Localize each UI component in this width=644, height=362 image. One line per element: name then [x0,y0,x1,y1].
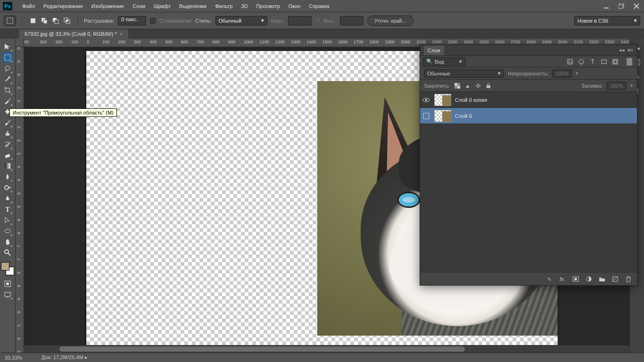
menu-filter[interactable]: Фильтр [211,3,237,9]
menu-image[interactable]: Изображение [87,3,128,9]
menu-help[interactable]: Справка [305,3,333,9]
chevron-right-icon: ▸ [85,354,88,360]
selection-add-button[interactable] [39,16,50,26]
layers-panel-header[interactable]: Слои ◂◂ ▾≡ [420,45,637,56]
quick-mask-toggle[interactable] [2,279,13,289]
filter-type-icon[interactable]: T [589,58,596,66]
zoom-tool[interactable] [2,247,13,258]
delete-layer-icon[interactable] [625,275,632,283]
foreground-color-swatch[interactable] [1,262,9,271]
current-tool-preset[interactable] [4,16,16,26]
type-tool[interactable]: T [2,204,13,214]
window-close-button[interactable] [629,0,644,12]
chevron-down-icon[interactable]: ▾ [576,70,578,76]
menu-layers[interactable]: Слои [128,3,149,9]
blend-mode-select[interactable]: Обычные ▾ [424,69,504,78]
menu-3d[interactable]: 3D [237,3,252,9]
selection-intersect-button[interactable] [62,16,72,26]
clone-stamp-tool[interactable] [2,128,13,139]
scrollbar-thumb[interactable] [59,346,465,352]
path-selection-tool[interactable] [2,215,13,225]
layer-mask-icon[interactable] [572,275,579,283]
history-brush-tool[interactable] [2,139,13,149]
layer-name[interactable]: Слой 0 [455,113,472,119]
ellipse-tool[interactable] [2,226,13,236]
layer-name[interactable]: Слой 0 копия [455,97,487,103]
lock-image-icon[interactable] [464,82,471,89]
layer-fx-icon[interactable]: fx. [559,275,566,283]
svg-rect-43 [613,277,618,281]
hand-tool[interactable] [2,237,13,247]
layers-panel-footer: fx. [420,272,637,285]
zoom-field[interactable]: 33,33% [5,355,33,361]
feather-input[interactable]: 0 пикс. [118,16,146,25]
whats-new-select[interactable]: Новое в CS6 ▾ [574,16,640,25]
layers-list[interactable]: Слой 0 копия Слой 0 [420,92,637,272]
lasso-tool[interactable] [2,63,13,74]
pen-tool[interactable] [2,193,13,204]
filter-adjust-icon[interactable] [578,58,585,66]
gradient-tool[interactable] [2,161,13,171]
layer-filter-kind[interactable]: 🔍 Вид ▾ [423,58,465,66]
ruler-vertical[interactable]: 000222333445566778899100 [16,47,24,353]
eyedropper-tool[interactable] [2,96,13,106]
lock-all-icon[interactable] [485,82,492,89]
layers-panel[interactable]: Слои ◂◂ ▾≡ 🔍 Вид ▾ T Обычные [420,44,637,286]
window-restore-button[interactable] [614,0,629,12]
screen-mode-button[interactable] [2,289,13,300]
horizontal-scrollbar[interactable] [24,345,644,353]
layer-visibility-toggle[interactable] [422,112,430,120]
fill-field[interactable]: 100% [607,82,627,90]
menu-select[interactable]: Выделение [175,3,211,9]
panel-menu[interactable]: ◂◂ ▾≡ [619,47,633,53]
new-adjustment-icon[interactable] [585,275,593,283]
swap-wh-icon: ⇄ [315,17,320,24]
filter-shape-icon[interactable] [600,58,608,66]
close-icon[interactable]: × [120,31,123,37]
layers-panel-tab[interactable]: Слои [424,46,444,55]
document-tab[interactable]: 67932.jpg @ 33,3% (Слой 0, RGB/8#) * × [19,29,128,39]
ruler-origin[interactable] [16,39,24,47]
selection-new-button[interactable] [28,16,38,26]
lock-position-icon[interactable] [475,82,481,89]
layer-visibility-toggle[interactable] [422,96,430,104]
move-tool[interactable] [2,41,13,52]
new-group-icon[interactable] [598,275,606,283]
panel-collapse-icon[interactable]: ◂◂ [619,47,625,53]
layer-thumbnail[interactable] [434,94,451,106]
lock-transparent-icon[interactable] [454,82,461,89]
layer-row[interactable]: Слой 0 [420,108,637,124]
svg-rect-34 [454,83,457,86]
chevron-down-icon[interactable]: ▾ [630,82,633,89]
filter-smart-icon[interactable] [611,58,619,66]
link-layers-icon[interactable] [545,275,553,283]
layer-row[interactable]: Слой 0 копия [420,92,637,108]
rectangular-marquee-tool[interactable] [2,52,13,63]
brush-tool[interactable] [2,117,13,128]
style-select[interactable]: Обычный ▾ [215,16,267,25]
magic-wand-tool[interactable] [2,74,13,84]
panel-menu-icon[interactable]: ▾≡ [627,47,633,53]
filter-kind-label: Вид [435,59,444,65]
svg-rect-36 [487,85,490,88]
dodge-tool[interactable] [2,182,13,193]
layer-thumbnail[interactable] [434,110,451,122]
menu-file[interactable]: Файл [18,3,39,9]
menu-edit[interactable]: Редактирование [39,3,87,9]
eraser-tool[interactable] [2,150,13,160]
filter-pixel-icon[interactable] [566,58,574,66]
new-layer-icon[interactable] [611,275,619,283]
window-minimize-button[interactable] [599,0,614,12]
selection-subtract-button[interactable] [50,16,61,26]
menu-view[interactable]: Просмотр [252,3,284,9]
doc-size-label[interactable]: Док: 17,2M/25,4M ▸ [41,354,88,361]
menu-window[interactable]: Окно [284,3,305,9]
filter-toggle[interactable] [627,58,632,66]
refine-edge-button[interactable]: Уточн. край... [367,16,413,26]
opacity-field[interactable]: 100% [552,69,572,78]
blur-tool[interactable] [2,172,13,182]
crop-tool[interactable] [2,85,13,95]
menu-type[interactable]: Шрифт [149,3,175,9]
color-swatches[interactable] [1,262,14,275]
selection-mode-group [28,16,72,26]
